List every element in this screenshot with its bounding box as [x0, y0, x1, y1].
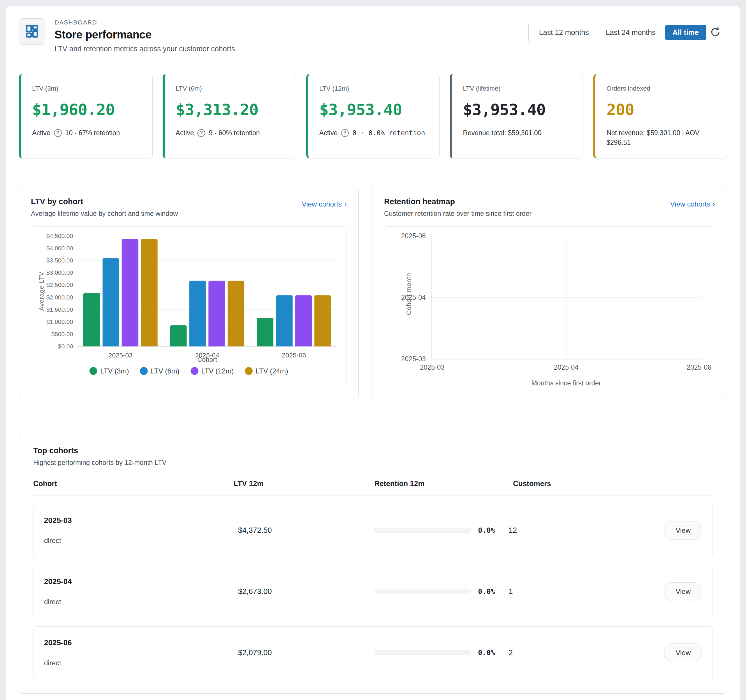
ltv-12m-value: $2,079.00: [238, 648, 374, 657]
customers-count: 12: [508, 526, 658, 535]
table-subtitle: Highest performing cohorts by 12-month L…: [33, 459, 713, 467]
cohort-channel: direct: [44, 598, 238, 606]
retention-cell: 0.0%: [375, 649, 509, 657]
column-header-retention-12m: Retention 12m: [375, 479, 513, 488]
help-icon[interactable]: ?: [54, 129, 62, 137]
heatmap-y-tick: 2025-04: [401, 293, 426, 301]
chevron-right-icon: ›: [344, 201, 347, 207]
cohort-name: 2025-03: [44, 516, 238, 525]
table-header-row: Cohort LTV 12m Retention 12m Customers: [33, 479, 713, 496]
eyebrow-label: DASHBOARD: [54, 19, 235, 26]
kpi-subtext: Active ? 0 · 0.0% retention: [319, 128, 429, 138]
legend-label: LTV (12m): [202, 367, 234, 375]
legend-swatch-icon: [245, 367, 253, 375]
main-container: DASHBOARD Store performance LTV and rete…: [6, 5, 740, 700]
chevron-right-icon: ›: [713, 201, 715, 207]
legend-label: LTV (6m): [150, 367, 179, 375]
svg-text:$2,000.00: $2,000.00: [46, 294, 73, 300]
legend-item: LTV (3m): [89, 367, 129, 375]
table-title: Top cohorts: [33, 446, 713, 455]
legend-swatch-icon: [191, 367, 199, 375]
page-header: DASHBOARD Store performance LTV and rete…: [19, 18, 727, 53]
svg-text:$2,500.00: $2,500.00: [46, 281, 73, 288]
svg-text:$4,500.00: $4,500.00: [46, 232, 73, 239]
table-row: 2025-06 direct $2,079.00 0.0% 2 View: [33, 626, 713, 679]
kpi-row: LTV (3m) $1,960.20 Active ? 10 · 67% ret…: [19, 74, 727, 158]
kpi-card-ltv-3m: LTV (3m) $1,960.20 Active ? 10 · 67% ret…: [19, 74, 153, 158]
kpi-value: $3,313.20: [176, 101, 285, 119]
bar-chart-canvas: $0.00$500.00$1,000.00$1,500.00$2,000.00$…: [34, 232, 344, 364]
kpi-card-ltv-6m: LTV (6m) $3,313.20 Active ? 9 · 60% rete…: [162, 74, 296, 158]
kpi-subtext: Revenue total: $59,301.00: [463, 128, 572, 138]
chart-legend: LTV (3m)LTV (6m)LTV (12m)LTV (24m): [34, 367, 344, 375]
heatmap-x-axis-label: Months since first order: [431, 379, 701, 387]
time-filter-all-time[interactable]: All time: [665, 25, 706, 40]
ltv-12m-value: $4,372.50: [238, 526, 374, 535]
cohort-cell: 2025-03 direct: [44, 516, 238, 545]
column-header-cohort: Cohort: [33, 479, 234, 488]
page-subtitle: LTV and retention metrics across your cu…: [54, 45, 235, 53]
heatmap-y-tick: 2025-06: [401, 232, 426, 240]
kpi-label: LTV (lifetime): [463, 85, 572, 92]
svg-text:$1,500.00: $1,500.00: [46, 306, 73, 312]
time-filter-last-12-months[interactable]: Last 12 months: [531, 25, 597, 40]
retention-progress-bar: [375, 528, 471, 533]
svg-text:$3,000.00: $3,000.00: [46, 269, 73, 276]
kpi-sub-prefix: Active: [176, 128, 194, 138]
retention-cell: 0.0%: [375, 526, 509, 535]
heatmap-plot-area: 2025-06 2025-04 2025-03: [431, 236, 701, 359]
customers-count: 1: [508, 587, 658, 596]
view-cohorts-link[interactable]: View cohorts ›: [302, 200, 347, 208]
svg-text:$4,000.00: $4,000.00: [46, 245, 73, 251]
chart-subtitle: Customer retention rate over time since …: [384, 210, 531, 218]
customers-count: 2: [508, 648, 658, 657]
svg-text:2025-03: 2025-03: [108, 351, 132, 359]
heatmap-x-tick: 2025-06: [687, 364, 711, 371]
column-header-ltv-12m: LTV 12m: [234, 479, 375, 488]
retention-percent: 0.0%: [478, 587, 495, 596]
cohort-channel: direct: [44, 536, 238, 545]
kpi-card-ltv-lifetime: LTV (lifetime) $3,953.40 Revenue total: …: [450, 74, 584, 158]
svg-text:$3,500.00: $3,500.00: [46, 257, 73, 264]
retention-cell: 0.0%: [375, 587, 509, 596]
refresh-icon: [710, 27, 721, 39]
column-header-customers: Customers: [513, 479, 669, 488]
legend-item: LTV (12m): [191, 367, 234, 375]
retention-percent: 0.0%: [478, 526, 495, 535]
svg-text:Cohort: Cohort: [197, 356, 217, 363]
retention-progress-bar: [375, 650, 471, 655]
kpi-subtext: Active ? 9 · 60% retention: [176, 128, 285, 138]
charts-row: LTV by cohort Average lifetime value by …: [19, 188, 727, 400]
ltv-by-cohort-panel: LTV by cohort Average lifetime value by …: [19, 188, 359, 400]
kpi-value: 200: [606, 101, 716, 119]
cohort-cell: 2025-04 direct: [44, 577, 238, 606]
kpi-subtext: Active ? 10 · 67% retention: [32, 128, 141, 138]
help-icon[interactable]: ?: [197, 129, 205, 137]
kpi-sub-value: 9 · 60% retention: [209, 128, 260, 138]
help-icon[interactable]: ?: [341, 129, 349, 137]
chart-subtitle: Average lifetime value by cohort and tim…: [31, 210, 178, 218]
cohort-channel: direct: [44, 659, 238, 667]
refresh-button[interactable]: [708, 26, 723, 40]
dashboard-icon: [19, 18, 45, 45]
kpi-sub-value: 0 · 0.0% retention: [352, 128, 425, 138]
kpi-label: LTV (6m): [176, 85, 285, 92]
kpi-card-orders-indexed: Orders indexed 200 Net revenue: $59,301.…: [593, 74, 727, 158]
retention-percent: 0.0%: [478, 649, 495, 657]
kpi-card-ltv-12m: LTV (12m) $3,953.40 Active ? 0 · 0.0% re…: [306, 74, 440, 158]
view-button[interactable]: View: [664, 582, 702, 601]
view-cohorts-label: View cohorts: [302, 200, 342, 208]
kpi-sub-prefix: Active: [319, 128, 338, 138]
view-button[interactable]: View: [664, 521, 702, 540]
time-filter-group: Last 12 months Last 24 months All time: [528, 22, 727, 43]
kpi-value: $3,953.40: [319, 101, 429, 119]
view-button[interactable]: View: [664, 643, 702, 662]
svg-text:Average LTV: Average LTV: [38, 272, 45, 311]
retention-heatmap-chart: Cohort month 2025-06 2025-04 2025-03 202…: [384, 226, 715, 388]
time-filter-last-24-months[interactable]: Last 24 months: [598, 25, 663, 40]
ltv-12m-value: $2,673.00: [238, 587, 374, 596]
view-cohorts-link[interactable]: View cohorts ›: [670, 200, 715, 208]
legend-label: LTV (3m): [100, 367, 129, 375]
svg-text:$1,000.00: $1,000.00: [46, 318, 73, 325]
chart-title: LTV by cohort: [31, 197, 178, 206]
